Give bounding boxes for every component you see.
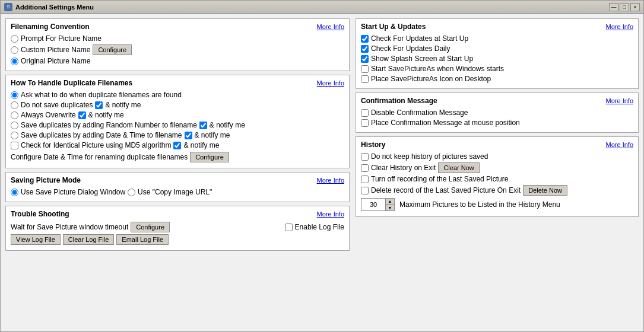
saving-label-0[interactable]: Use Save Picture Dialog Window bbox=[21, 188, 125, 196]
startup-more-info[interactable]: More Info bbox=[606, 23, 633, 30]
duplicates-section: How To Handle Duplicate Filenames More I… bbox=[5, 75, 350, 168]
saving-radio-0[interactable] bbox=[11, 189, 18, 196]
filenaming-radio-0[interactable] bbox=[11, 35, 18, 43]
saving-label-1[interactable]: Use "Copy Image URL" bbox=[138, 188, 212, 196]
confirmation-header: Confirmation Message More Info bbox=[361, 97, 633, 105]
dup-option-3: Save duplicates by adding Random Number … bbox=[11, 121, 344, 129]
dup-radio-3[interactable] bbox=[11, 122, 18, 129]
filenaming-label-0[interactable]: Prompt For Picture Name bbox=[21, 34, 101, 43]
enable-log-checkbox[interactable] bbox=[285, 224, 293, 231]
startup-item-3: Start SavePictureAs when Windows starts bbox=[361, 65, 633, 73]
dup-notify-check-2[interactable] bbox=[78, 111, 86, 119]
dup-radio-0[interactable] bbox=[11, 91, 18, 99]
history-label-2[interactable]: Turn off recording of the Last Saved Pic… bbox=[371, 175, 508, 183]
troubleshooting-more-info[interactable]: More Info bbox=[317, 210, 344, 218]
history-check-0[interactable] bbox=[361, 153, 369, 161]
dup-option-0: Ask what to do when duplicate filenames … bbox=[11, 91, 344, 99]
startup-check-4[interactable] bbox=[361, 75, 369, 83]
dup-notify-check-1[interactable] bbox=[95, 101, 103, 109]
dup-configure-row: Configure Date & Time for renaming dupli… bbox=[11, 152, 344, 162]
dup-check-5[interactable] bbox=[11, 142, 18, 149]
saving-more-info[interactable]: More Info bbox=[317, 177, 344, 184]
filenaming-label-2[interactable]: Original Picture Name bbox=[21, 57, 90, 65]
minimize-button[interactable]: — bbox=[609, 3, 618, 11]
duplicates-more-info[interactable]: More Info bbox=[317, 79, 344, 87]
startup-check-0[interactable] bbox=[361, 35, 369, 43]
dup-label-3[interactable]: Save duplicates by adding Random Number … bbox=[21, 121, 197, 129]
troubleshooting-section: Trouble Shooting More Info Wait for Save… bbox=[5, 206, 350, 251]
filenaming-radio-2[interactable] bbox=[11, 58, 18, 65]
history-max-label: Maximum Pictures to be Listed in the His… bbox=[399, 200, 560, 209]
dup-configure-button[interactable]: Configure bbox=[190, 152, 229, 162]
dup-radio-1[interactable] bbox=[11, 101, 18, 109]
startup-label-1[interactable]: Check For Updates Daily bbox=[371, 44, 450, 53]
dup-notify-label-4: & notify me bbox=[195, 131, 230, 139]
app-icon: S bbox=[4, 3, 12, 11]
dup-radio-4[interactable] bbox=[11, 132, 18, 139]
history-check-3[interactable] bbox=[361, 187, 369, 194]
enable-log-label[interactable]: Enable Log File bbox=[295, 223, 344, 231]
confirmation-label-0[interactable]: Disable Confirmation Message bbox=[371, 108, 468, 117]
history-item-3: Delete record of the Last Saved Picture … bbox=[361, 185, 633, 196]
startup-label-3[interactable]: Start SavePictureAs when Windows starts bbox=[371, 65, 504, 73]
clear-log-button[interactable]: Clear Log File bbox=[63, 234, 114, 245]
maximize-button[interactable]: □ bbox=[620, 3, 629, 11]
confirmation-more-info[interactable]: More Info bbox=[606, 97, 633, 104]
startup-check-2[interactable] bbox=[361, 55, 369, 63]
dup-label-4[interactable]: Save duplicates by adding Date & Time to… bbox=[21, 131, 182, 139]
saving-options-row: Use Save Picture Dialog Window Use "Copy… bbox=[11, 188, 344, 196]
history-label-0[interactable]: Do not keep history of pictures saved bbox=[371, 152, 488, 161]
saving-radio-1[interactable] bbox=[128, 189, 135, 196]
dup-notify-check-4[interactable] bbox=[185, 132, 192, 139]
window-title: Additional Settings Menu bbox=[15, 4, 609, 11]
filenaming-title: Filenaming Convention bbox=[11, 23, 90, 31]
history-label-1[interactable]: Clear History on Exit bbox=[371, 164, 436, 172]
duplicates-header: How To Handle Duplicate Filenames More I… bbox=[11, 79, 344, 87]
dup-label-1[interactable]: Do not save duplicates bbox=[21, 101, 93, 109]
startup-check-1[interactable] bbox=[361, 45, 369, 53]
dup-label-0[interactable]: Ask what to do when duplicate filenames … bbox=[21, 91, 182, 99]
startup-header: Start Up & Updates More Info bbox=[361, 23, 633, 31]
startup-label-2[interactable]: Show Splash Screen at Start Up bbox=[371, 55, 473, 63]
dup-notify-label-2: & notify me bbox=[88, 111, 124, 119]
history-label-3[interactable]: Delete record of the Last Saved Picture … bbox=[371, 186, 521, 194]
filenaming-more-info[interactable]: More Info bbox=[317, 23, 344, 30]
close-button[interactable]: × bbox=[630, 3, 640, 11]
history-check-1[interactable] bbox=[361, 164, 369, 172]
troubleshooting-configure-button[interactable]: Configure bbox=[131, 222, 170, 232]
confirmation-check-0[interactable] bbox=[361, 109, 369, 117]
clear-now-button[interactable]: Clear Now bbox=[438, 162, 479, 173]
troubleshooting-wait-row: Wait for Save Picture window timeout Con… bbox=[11, 222, 344, 232]
confirmation-check-1[interactable] bbox=[361, 119, 369, 127]
startup-label-0[interactable]: Check For Updates at Start Up bbox=[371, 34, 468, 43]
startup-label-4[interactable]: Place SavePictureAs Icon on Desktop bbox=[371, 75, 491, 83]
dup-label-5[interactable]: Check for Identical Picture using MD5 al… bbox=[21, 141, 171, 149]
spinner-down-button[interactable]: ▼ bbox=[386, 205, 394, 210]
history-more-info[interactable]: More Info bbox=[606, 141, 633, 148]
filenaming-option-1: Custom Picture Name Configure bbox=[11, 44, 344, 55]
filenaming-configure-button[interactable]: Configure bbox=[93, 44, 132, 55]
view-log-button[interactable]: View Log File bbox=[11, 234, 61, 245]
dup-notify-label-5: & notify me bbox=[183, 141, 219, 149]
dup-radio-2[interactable] bbox=[11, 111, 18, 119]
dup-label-2[interactable]: Always Overwrite bbox=[21, 111, 76, 119]
startup-check-3[interactable] bbox=[361, 65, 369, 73]
delete-now-button[interactable]: Delete Now bbox=[523, 185, 567, 196]
email-log-button[interactable]: Email Log File bbox=[116, 234, 169, 245]
title-bar: S Additional Settings Menu — □ × bbox=[1, 1, 643, 14]
history-spinner[interactable]: ▲ ▼ bbox=[361, 198, 395, 211]
confirmation-label-1[interactable]: Place Confirmation Message at mouse posi… bbox=[371, 119, 520, 127]
filenaming-radio-1[interactable] bbox=[11, 46, 18, 54]
history-check-2[interactable] bbox=[361, 175, 369, 183]
filenaming-label-1[interactable]: Custom Picture Name bbox=[21, 46, 90, 54]
dup-notify-check-3[interactable] bbox=[199, 122, 207, 129]
main-content: Filenaming Convention More Info Prompt F… bbox=[1, 14, 643, 331]
history-max-input[interactable] bbox=[361, 201, 385, 208]
dup-option-5: Check for Identical Picture using MD5 al… bbox=[11, 141, 344, 149]
startup-item-1: Check For Updates Daily bbox=[361, 44, 633, 53]
dup-notify-check-5[interactable] bbox=[173, 142, 181, 149]
dup-configure-label: Configure Date & Time for renaming dupli… bbox=[11, 153, 188, 161]
spinner-up-button[interactable]: ▲ bbox=[386, 199, 394, 205]
troubleshooting-log-buttons: View Log File Clear Log File Email Log F… bbox=[11, 234, 344, 245]
filenaming-header: Filenaming Convention More Info bbox=[11, 23, 344, 31]
